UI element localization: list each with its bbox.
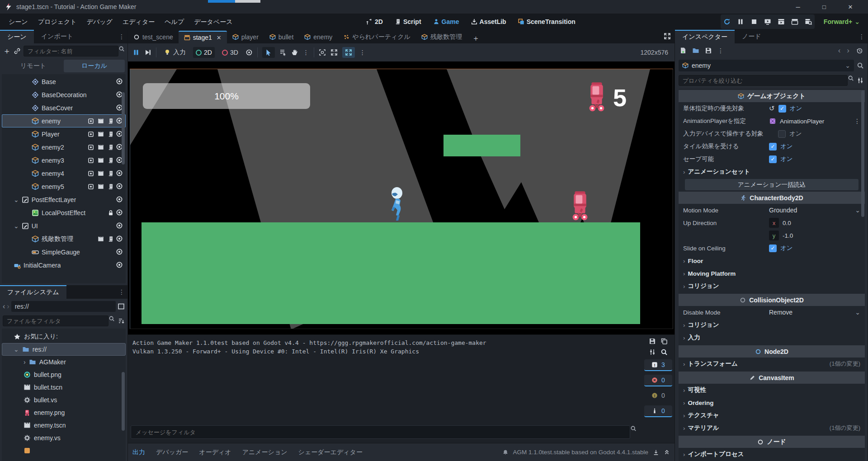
scene-tab-stage1[interactable]: stage1✕ (179, 31, 227, 43)
maximize-viewport-button[interactable] (342, 47, 355, 58)
tree-node-basecover[interactable]: BaseCover (2, 101, 126, 114)
instance-badge-icon[interactable] (88, 144, 94, 151)
scene-tab-bullet[interactable]: bullet (264, 31, 299, 43)
group-moving-platform[interactable]: ›Moving Platform (679, 267, 865, 280)
new-scene-tab-button[interactable]: ＋ (467, 33, 484, 43)
context-game[interactable]: Game (429, 18, 464, 25)
expand-icon[interactable]: › (24, 358, 26, 366)
scene-tab-yarare-particle[interactable]: やられパーティクル (338, 31, 416, 43)
section-character-body[interactable]: CharacterBody2D (679, 192, 865, 204)
instance-badge-icon[interactable] (88, 157, 94, 164)
inspector-scroll[interactable] (861, 90, 864, 217)
lock-icon[interactable] (108, 210, 114, 216)
bottom-tab-debugger[interactable]: デバッガー (156, 448, 188, 456)
group-texture[interactable]: ›テクスチャ (679, 409, 865, 422)
viewport-options-icon[interactable]: ⋮ (359, 49, 366, 56)
script-badge-icon[interactable] (108, 183, 114, 190)
tree-node-enemy3[interactable]: enemy3 (2, 154, 126, 167)
play-movie-icon[interactable] (778, 18, 785, 25)
open-docs-icon[interactable] (857, 62, 864, 69)
animation-batch-load-button[interactable]: アニメーション一括読込 (685, 179, 859, 190)
save-log-icon[interactable] (649, 338, 656, 345)
renderer-selector[interactable]: Forward+⌄ (824, 14, 860, 30)
visibility-eye-icon[interactable] (116, 183, 123, 190)
copy-log-icon[interactable] (660, 338, 668, 345)
animation-badge-icon[interactable] (98, 183, 104, 190)
script-badge-icon[interactable] (108, 144, 114, 151)
fs-item-enemy-vs[interactable]: enemy.vs (2, 432, 126, 444)
tab-node[interactable]: ノード (735, 30, 769, 43)
split-view-icon[interactable] (118, 303, 125, 310)
animation-badge-icon[interactable] (98, 170, 104, 177)
stop-icon[interactable] (750, 18, 758, 25)
group-transform[interactable]: ›トランスフォーム(1個の変更) (679, 358, 865, 370)
alert-counter[interactable]: !3 (644, 359, 672, 371)
pause-game-icon[interactable] (132, 49, 140, 56)
pause-icon[interactable] (737, 18, 744, 25)
animation-badge-icon[interactable] (98, 118, 104, 124)
tree-node-basedecoration[interactable]: BaseDecoration (2, 88, 126, 101)
history-forward-icon[interactable]: › (847, 46, 849, 55)
visibility-eye-icon[interactable] (116, 169, 123, 177)
animation-badge-icon[interactable] (98, 131, 104, 137)
visibility-eye-icon[interactable] (116, 261, 123, 268)
play-remote-icon[interactable] (764, 18, 771, 25)
camera-override-icon[interactable] (245, 49, 253, 56)
save-resource-icon[interactable] (705, 47, 712, 54)
tab-import[interactable]: インポート (34, 30, 80, 43)
maximize-button[interactable]: □ (811, 0, 837, 14)
tool-options-icon[interactable]: ⋮ (303, 49, 309, 56)
menu-debug[interactable]: デバッグ (82, 14, 118, 30)
tab-local[interactable]: ローカル (64, 60, 125, 72)
fs-item-bullet-tscn[interactable]: bullet.tscn (2, 381, 126, 394)
group-material[interactable]: ›マテリアル(1個の変更) (679, 422, 865, 434)
history-back-icon[interactable]: ‹ (838, 46, 841, 55)
nav-back-icon[interactable]: ‹ (3, 302, 5, 310)
edited-object-selector[interactable]: enemy ⌄ (679, 60, 854, 71)
select-tool-button[interactable] (262, 47, 275, 58)
section-collision-object[interactable]: CollisionObject2D (679, 294, 865, 306)
message-filter-input[interactable] (131, 425, 630, 439)
visibility-eye-icon[interactable] (116, 222, 123, 229)
resource-options-icon[interactable]: ⋮ (854, 118, 860, 125)
tree-node-enemy5[interactable]: enemy5 (2, 180, 126, 193)
menu-project[interactable]: プロジェクト (33, 14, 82, 30)
group-input[interactable]: ›入力 (679, 331, 865, 344)
tab-remote[interactable]: リモート (3, 60, 64, 72)
error-counter[interactable]: 0 (644, 375, 672, 386)
section-game-object[interactable]: ゲームオブジェクト (679, 90, 865, 102)
context-2d[interactable]: 2D (362, 18, 387, 25)
menu-help[interactable]: ヘルプ (160, 14, 189, 30)
checkbox-checked[interactable]: ✓ (769, 143, 777, 151)
history-icon[interactable] (856, 47, 863, 54)
group-animation-set[interactable]: ›アニメーションセット (679, 165, 865, 178)
tree-node-initialcamera[interactable]: InitialCamera (2, 259, 126, 272)
fs-item-partial[interactable] (2, 444, 126, 457)
goto-bottom-icon[interactable] (653, 449, 659, 456)
checkbox-unchecked[interactable]: ✓ (778, 130, 786, 138)
scene-tab-test-scene[interactable]: test_scene (128, 31, 179, 43)
disable-mode-dropdown[interactable]: Remove⌄ (769, 309, 860, 316)
tab-scene[interactable]: シーン (0, 30, 34, 43)
section-node2d[interactable]: Node2D (679, 345, 865, 358)
script-badge-icon[interactable] (108, 131, 114, 137)
group-floor[interactable]: ›Floor (679, 254, 865, 267)
group-collision-1[interactable]: ›コリジョン (679, 280, 865, 292)
add-node-button[interactable]: ＋ (3, 46, 11, 56)
node-picker-icon[interactable] (279, 49, 287, 56)
fs-item-enemy-png[interactable]: enemy.png (2, 406, 126, 419)
search-log-icon[interactable] (660, 348, 668, 356)
notification-bell-icon[interactable] (502, 449, 509, 456)
section-canvas-item[interactable]: CanvasItem (679, 372, 865, 384)
group-ordering[interactable]: ›Ordering (679, 396, 865, 409)
menu-database[interactable]: データベース (189, 14, 237, 30)
context-assetlib[interactable]: AssetLib (467, 18, 511, 25)
load-resource-icon[interactable] (692, 47, 699, 54)
tab-filesystem[interactable]: ファイルシステム (0, 285, 66, 299)
tree-node-zanteki[interactable]: 残敵数管理 (2, 232, 126, 245)
instance-scene-icon[interactable] (14, 47, 21, 55)
property-filter-input[interactable] (679, 75, 848, 86)
script-badge-icon[interactable] (108, 170, 114, 177)
movie-maker-icon[interactable] (791, 18, 798, 25)
dock-options-icon[interactable]: ⋮ (118, 33, 125, 40)
